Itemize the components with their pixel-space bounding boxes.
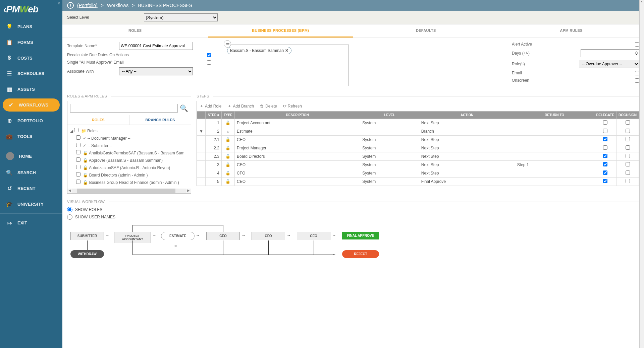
- tree-check[interactable]: [76, 143, 80, 147]
- delegate-checkbox[interactable]: [603, 120, 607, 125]
- nav-plans[interactable]: 💡PLANS: [0, 19, 62, 34]
- tree-check[interactable]: [76, 135, 80, 140]
- days-input[interactable]: [581, 49, 639, 57]
- nav-workflows[interactable]: ✔WORKFLOWS: [3, 98, 60, 112]
- tree-check[interactable]: [76, 180, 80, 184]
- lock-icon: 🔓: [83, 158, 88, 163]
- tree-item-label[interactable]: -- Document Manager --: [88, 136, 130, 141]
- tree-item-label[interactable]: AutorizacionSAF (Antonio.R - Antonio Rey…: [89, 165, 170, 170]
- show-roles-radio[interactable]: [67, 207, 72, 212]
- add-role-button[interactable]: ＋Add Role: [200, 103, 221, 109]
- delegate-checkbox[interactable]: [603, 162, 607, 166]
- node-submitter[interactable]: SUBMITTER: [70, 232, 104, 240]
- nav-exit[interactable]: ↦EXIT: [0, 215, 62, 231]
- table-row[interactable]: 2.3🔓Board DirectorsSystemNext Step: [197, 152, 639, 161]
- section-roles-title: ROLES & APM RULES: [67, 94, 107, 98]
- nav-search[interactable]: 🔍SEARCH: [0, 165, 62, 181]
- roles-tree[interactable]: ◢ 📁 Roles ✓ -- Document Manager -- ✓ -- …: [67, 125, 191, 189]
- tree-item-label[interactable]: Board Directors (admin - Admin ): [89, 173, 148, 178]
- tree-item-label[interactable]: Business Group Head of Finance (admin - …: [89, 180, 179, 185]
- tree-check[interactable]: [76, 157, 80, 162]
- table-row[interactable]: 5🔓CEOSystemFinal Approve: [197, 178, 639, 186]
- check-icon: ✔: [7, 102, 14, 108]
- table-row[interactable]: ▼2⎄EstimateBranch: [197, 127, 639, 136]
- nav-home[interactable]: HOME: [0, 147, 62, 165]
- table-row[interactable]: 4🔓CFOSystemNext Step: [197, 169, 639, 178]
- nav-schedules[interactable]: ☰SCHEDULES: [0, 66, 62, 81]
- tree-check[interactable]: [76, 150, 80, 154]
- delegate-checkbox[interactable]: [603, 137, 607, 141]
- info-icon[interactable]: i: [67, 2, 74, 9]
- nav-portfolio[interactable]: ⊕PORTFOLIO: [0, 113, 62, 129]
- inner-tab-roles[interactable]: ROLES: [67, 115, 129, 125]
- single-checkbox[interactable]: [207, 60, 211, 65]
- tree-check[interactable]: [74, 128, 78, 132]
- tab-apm[interactable]: APM RULES: [499, 24, 644, 38]
- recalc-checkbox[interactable]: [207, 53, 211, 57]
- tree-check[interactable]: [76, 165, 80, 169]
- delegate-checkbox[interactable]: [603, 179, 607, 183]
- node-final[interactable]: FINAL APPROVE: [342, 232, 379, 239]
- table-row[interactable]: 2.2🔓Project ManagerSystemNext Step: [197, 144, 639, 152]
- table-row[interactable]: 3🔓CEOSystemNext StepStep 1: [197, 161, 639, 169]
- docusign-checkbox[interactable]: [626, 129, 630, 133]
- roles-select[interactable]: -- Overdue Approver --: [579, 60, 639, 68]
- delegate-checkbox[interactable]: [603, 145, 607, 150]
- assoc-select[interactable]: -- Any --: [119, 67, 193, 75]
- docusign-checkbox[interactable]: [626, 162, 630, 166]
- tree-item-label[interactable]: AnalisisGastoPermisoSAF (Bassam.S - Bass…: [89, 151, 184, 155]
- tab-defaults[interactable]: DEFAULTS: [353, 24, 499, 38]
- docusign-checkbox[interactable]: [626, 179, 630, 183]
- table-row[interactable]: 2.1🔓CEOSystemNext Step: [197, 136, 639, 144]
- tag-remove-icon[interactable]: ✕: [285, 48, 288, 53]
- node-reject[interactable]: REJECT: [342, 250, 379, 258]
- tags-box[interactable]: ••• Bassam.S - Bassam Samman✕: [225, 45, 349, 86]
- table-row[interactable]: 1🔓Project AccountantSystemNext Step: [197, 119, 639, 127]
- tree-root: Roles: [87, 129, 98, 133]
- nav-university[interactable]: 🎓UNIVERSITY: [0, 196, 62, 212]
- scroll-up-icon[interactable]: ▲: [640, 0, 644, 3]
- delete-button[interactable]: 🗑Delete: [260, 103, 277, 109]
- node-withdraw[interactable]: WITHDRAW: [70, 250, 104, 258]
- nav-costs[interactable]: $COSTS: [0, 50, 62, 66]
- docusign-checkbox[interactable]: [626, 137, 630, 141]
- search-icon[interactable]: 🔍: [180, 104, 188, 112]
- nav-recent[interactable]: ↺RECENT: [0, 181, 62, 196]
- inner-tab-branch[interactable]: BRANCH RULES: [129, 115, 191, 125]
- window-vscroll[interactable]: ▲: [639, 0, 644, 348]
- node-ceo2[interactable]: CEO: [297, 232, 330, 240]
- docusign-checkbox[interactable]: [626, 120, 630, 125]
- breadcrumb-root[interactable]: (Portfolio): [77, 3, 98, 8]
- delegate-checkbox[interactable]: [603, 154, 607, 158]
- delegate-checkbox[interactable]: [603, 170, 607, 175]
- add-branch-button[interactable]: ＋Add Branch: [227, 103, 254, 109]
- template-input[interactable]: [119, 42, 193, 50]
- docusign-checkbox[interactable]: [626, 170, 630, 175]
- delegate-checkbox[interactable]: [603, 129, 607, 133]
- node-estimate[interactable]: ESTIMATE: [161, 232, 195, 240]
- tree-collapse-icon[interactable]: ◢: [70, 129, 73, 133]
- onscreen-checkbox[interactable]: [635, 78, 639, 83]
- email-checkbox[interactable]: [635, 71, 639, 75]
- node-ceo1[interactable]: CEO: [206, 232, 240, 240]
- nav-tools[interactable]: 💼TOOLS: [0, 129, 62, 144]
- roles-search-input[interactable]: [70, 104, 178, 113]
- docusign-checkbox[interactable]: [626, 154, 630, 158]
- tab-roles[interactable]: ROLES: [62, 24, 208, 38]
- nav-forms[interactable]: 📋FORMS: [0, 34, 62, 50]
- level-select[interactable]: (System): [144, 13, 218, 21]
- alert-checkbox[interactable]: [635, 42, 639, 47]
- breadcrumb-workflows[interactable]: Workflows: [107, 3, 128, 8]
- tree-item-label[interactable]: Approver (Bassam.S - Bassam Samman): [89, 158, 163, 163]
- show-users-radio[interactable]: [67, 214, 72, 220]
- refresh-button[interactable]: ⟳Refresh: [283, 103, 302, 109]
- expand-icon[interactable]: ▼: [197, 127, 206, 136]
- tab-bpm[interactable]: BUSINESS PROCESSES (BPM): [208, 24, 354, 38]
- docusign-checkbox[interactable]: [626, 145, 630, 150]
- tree-item-label[interactable]: -- Submitter --: [88, 143, 112, 148]
- nav-assets[interactable]: ▦ASSETS: [0, 81, 62, 97]
- tree-hscroll[interactable]: ◀▶: [67, 189, 191, 193]
- tree-check[interactable]: [76, 172, 80, 177]
- node-cfo[interactable]: CFO: [252, 232, 285, 240]
- more-icon[interactable]: •••: [224, 40, 231, 48]
